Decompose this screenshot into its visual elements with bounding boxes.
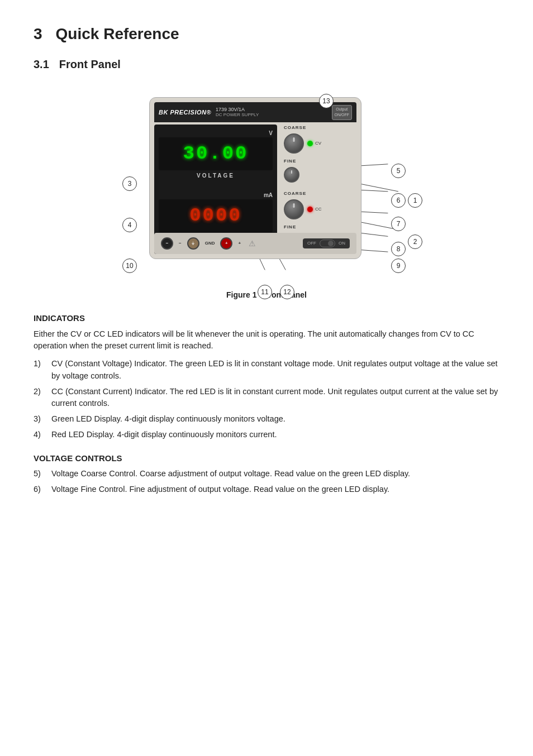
- voltage-unit: V: [269, 129, 273, 137]
- gnd-label: GND: [205, 240, 215, 247]
- section-header: 3 Quick Reference: [34, 22, 499, 46]
- list-item: 3) Green LED Display. 4-digit display co…: [34, 413, 499, 425]
- voltage-coarse-row: CV: [284, 133, 356, 154]
- item-text-3: Green LED Display. 4-digit display conti…: [51, 413, 499, 425]
- list-item: 4) Red LED Display. 4-digit display cont…: [34, 429, 499, 441]
- negative-label: −: [179, 240, 182, 247]
- gnd-terminal[interactable]: ⏚: [187, 237, 199, 250]
- callout-9: 9: [391, 259, 406, 273]
- power-switch[interactable]: OFF ON: [303, 238, 350, 248]
- callout-11: 11: [258, 285, 272, 299]
- fine-label-c: FINE: [284, 224, 356, 231]
- subsection-number: 3.1: [34, 56, 49, 73]
- fine-label-v: FINE: [284, 158, 356, 165]
- subsection-title: Front Panel: [59, 56, 121, 73]
- callout-3: 3: [122, 176, 137, 191]
- callout-4: 4: [122, 218, 137, 232]
- current-unit: mA: [264, 191, 273, 199]
- callout-13: 13: [319, 94, 334, 108]
- figure-container: BK PRECISION® 1739 30V/1A DC POWER SUPPL…: [93, 80, 440, 301]
- callout-12: 12: [280, 285, 294, 299]
- voltage-label: VOLTAGE: [197, 171, 235, 180]
- voltage-display-section: V 30.00 VOLTAGE: [159, 129, 273, 188]
- callout-7: 7: [391, 217, 406, 231]
- callout-5: 5: [391, 164, 406, 178]
- indicators-section: INDICATORS Either the CV or CC LED indic…: [34, 312, 499, 441]
- vc-item-num-6: 6): [34, 484, 47, 496]
- device-subtitle: DC POWER SUPPLY: [216, 113, 259, 118]
- callout-2: 2: [408, 235, 422, 249]
- current-coarse-knob[interactable]: [284, 199, 304, 219]
- coarse-label-v: COARSE: [284, 125, 356, 131]
- list-item: 1) CV (Constant Voltage) Indicator. The …: [34, 358, 499, 382]
- negative-terminal[interactable]: −: [161, 237, 173, 250]
- list-item: 6) Voltage Fine Control. Fine adjustment…: [34, 484, 499, 496]
- subsection-header: 3.1 Front Panel: [34, 56, 499, 73]
- cc-label: CC: [315, 206, 322, 213]
- voltage-controls-heading: VOLTAGE CONTROLS: [34, 452, 499, 465]
- voltage-controls-list: 5) Voltage Coarse Control. Coarse adjust…: [34, 468, 499, 496]
- voltage-fine-row: [284, 167, 356, 183]
- callout-1: 1: [408, 193, 422, 208]
- coarse-label-c: COARSE: [284, 190, 356, 197]
- section-title: Quick Reference: [56, 22, 179, 46]
- off-label: OFF: [307, 240, 316, 247]
- current-display: 0000: [159, 199, 273, 232]
- cc-led: [307, 207, 313, 212]
- callout-10: 10: [122, 259, 137, 273]
- voltage-display: 30.00: [159, 137, 273, 170]
- model-info: 1739 30V/1A DC POWER SUPPLY: [216, 107, 259, 118]
- svg-line-8: [360, 250, 388, 252]
- indicators-intro: Either the CV or CC LED indicators will …: [34, 328, 499, 353]
- item-text-1: CV (Constant Voltage) Indicator. The gre…: [51, 358, 499, 382]
- callout-8: 8: [391, 242, 406, 256]
- voltage-controls-section: VOLTAGE CONTROLS 5) Voltage Coarse Contr…: [34, 452, 499, 496]
- item-num-1: 1): [34, 358, 47, 382]
- indicators-list: 1) CV (Constant Voltage) Indicator. The …: [34, 358, 499, 441]
- list-item: 2) CC (Constant Current) Indicator. The …: [34, 386, 499, 410]
- item-text-4: Red LED Display. 4-digit display continu…: [51, 429, 499, 441]
- section-number: 3: [34, 22, 42, 46]
- cv-label: CV: [315, 140, 321, 147]
- controls-panel: COARSE CV FINE COARSE: [284, 125, 356, 231]
- callout-6: 6: [391, 193, 406, 208]
- item-num-2: 2): [34, 386, 47, 410]
- positive-terminal[interactable]: +: [220, 237, 232, 250]
- voltage-fine-knob[interactable]: [284, 167, 299, 183]
- positive-label: +: [238, 240, 241, 247]
- item-num-3: 3): [34, 413, 47, 425]
- indicators-heading: INDICATORS: [34, 312, 499, 325]
- cv-led: [307, 141, 313, 146]
- vc-item-num-5: 5): [34, 468, 47, 480]
- list-item: 5) Voltage Coarse Control. Coarse adjust…: [34, 468, 499, 480]
- warning-icon: ⚠: [249, 238, 256, 250]
- terminals-row: − − ⏚ GND + + ⚠ OFF ON: [154, 233, 356, 254]
- vc-item-text-6: Voltage Fine Control. Fine adjustment of…: [51, 484, 499, 496]
- on-label: ON: [339, 240, 345, 247]
- item-text-2: CC (Constant Current) Indicator. The red…: [51, 386, 499, 410]
- page-content: 3 Quick Reference 3.1 Front Panel: [34, 22, 499, 496]
- output-onoff-button[interactable]: Output ON/OFF: [332, 105, 352, 120]
- brand-text: BK PRECISION®: [159, 108, 211, 117]
- vc-item-text-5: Voltage Coarse Control. Coarse adjustmen…: [51, 468, 499, 480]
- current-coarse-row: CC: [284, 199, 356, 219]
- device-body: BK PRECISION® 1739 30V/1A DC POWER SUPPL…: [149, 97, 361, 259]
- item-num-4: 4): [34, 429, 47, 441]
- voltage-coarse-knob[interactable]: [284, 133, 304, 154]
- device-diagram: BK PRECISION® 1739 30V/1A DC POWER SUPPL…: [93, 80, 440, 287]
